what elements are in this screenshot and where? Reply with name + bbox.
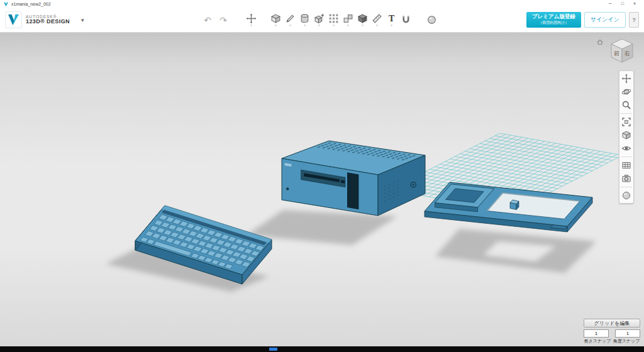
window-titlebar: x1mania_new2_002 ─ □ × xyxy=(0,0,644,8)
close-button[interactable]: × xyxy=(633,0,636,8)
screenshot-button[interactable] xyxy=(621,173,631,184)
primitives-icon xyxy=(270,13,281,24)
grid-toggle-icon xyxy=(621,160,631,170)
pattern-tool[interactable]: ▾ xyxy=(326,10,341,30)
view-style-icon xyxy=(621,130,631,140)
viewcube-front-label[interactable]: 前 xyxy=(614,50,619,57)
snap-panel: グリッドを編集 長さスナップ 角度スナップ xyxy=(584,319,640,344)
redo-button[interactable]: ↷ xyxy=(218,14,228,26)
app-menu[interactable]: AUTODESK® 123D® DESIGN ▾ xyxy=(0,11,84,28)
move-tool[interactable]: ▾ xyxy=(244,10,258,30)
chevron-down-icon: ▾ xyxy=(347,24,349,26)
view-toolbar xyxy=(619,70,634,204)
viewport-canvas[interactable]: 前 右 グリッドを編集 長さスナップ 角度スナップ xyxy=(0,33,644,346)
move-icon xyxy=(246,13,257,24)
brand-logo-icon xyxy=(5,11,22,28)
length-snap-label: 長さスナップ xyxy=(584,338,611,344)
brand-name: AUTODESK® 123D® DESIGN xyxy=(26,14,70,25)
chevron-down-icon: ▾ xyxy=(250,24,252,26)
visibility-button[interactable] xyxy=(621,143,631,153)
sketch-tool[interactable]: ▾ xyxy=(283,10,297,30)
chevron-down-icon: ▾ xyxy=(362,24,364,26)
measure-tool[interactable]: ▾ xyxy=(370,10,384,30)
modify-tool[interactable]: ▾ xyxy=(312,10,326,30)
toolbar-tools: ▾▾▾▾▾▾▾▾▾▾ xyxy=(244,10,439,30)
angle-snap-label: 角度スナップ xyxy=(613,338,640,344)
minimize-button[interactable]: ─ xyxy=(609,0,612,8)
length-snap-input[interactable] xyxy=(584,329,609,338)
visibility-icon xyxy=(621,143,631,153)
chevron-down-icon: ▾ xyxy=(289,24,291,26)
history-controls: ↶ ↷ xyxy=(203,14,228,26)
windows-taskbar[interactable] xyxy=(0,346,644,352)
orbit-icon xyxy=(621,87,631,97)
viewcube-area: 前 右 xyxy=(596,36,636,67)
fit-view-button[interactable] xyxy=(621,117,631,127)
material-tool[interactable] xyxy=(425,10,439,30)
view-cube[interactable]: 前 右 xyxy=(608,36,636,65)
fit-view-icon xyxy=(621,117,631,127)
computer-case-model[interactable] xyxy=(282,141,425,216)
text-tool[interactable]: ▾ xyxy=(384,10,399,30)
chevron-down-icon: ▾ xyxy=(391,24,392,26)
sign-in-button[interactable]: サインイン xyxy=(584,12,626,28)
chevron-down-icon: ▾ xyxy=(275,24,277,26)
edit-grid-button[interactable]: グリッドを編集 xyxy=(584,319,640,327)
help-button[interactable]: ? xyxy=(629,12,639,28)
account-area: プレミアム版登録 （商用利用向け） サインイン ? xyxy=(526,12,644,28)
maximize-button[interactable]: □ xyxy=(621,0,624,8)
grid-toggle-button[interactable] xyxy=(621,160,631,170)
zoom-icon xyxy=(621,100,631,110)
window-controls: ─ □ × xyxy=(609,0,641,8)
grouping-icon xyxy=(343,13,353,24)
combine-tool[interactable]: ▾ xyxy=(355,10,370,30)
chevron-down-icon: ▾ xyxy=(304,24,306,26)
main-toolbar: AUTODESK® 123D® DESIGN ▾ ↶ ↷ ▾▾▾▾▾▾▾▾▾▾ … xyxy=(0,8,644,33)
chevron-down-icon[interactable]: ▾ xyxy=(81,17,84,23)
snap-tool[interactable] xyxy=(399,10,413,30)
taskbar-app-indicator[interactable] xyxy=(269,348,277,351)
primitives-tool[interactable]: ▾ xyxy=(269,10,283,30)
window-title: x1mania_new2_002 xyxy=(11,2,51,6)
scene-3d xyxy=(0,33,644,346)
pattern-icon xyxy=(328,13,339,24)
undo-button[interactable]: ↶ xyxy=(203,14,213,26)
toolbar-divider xyxy=(621,113,632,114)
viewcube-right-label[interactable]: 右 xyxy=(624,50,630,57)
premium-signup-button[interactable]: プレミアム版登録 （商用利用向け） xyxy=(526,12,581,28)
view-style-button[interactable] xyxy=(621,130,631,140)
toolbar-divider xyxy=(621,187,632,187)
construct-tool[interactable]: ▾ xyxy=(297,10,312,30)
chevron-down-icon: ▾ xyxy=(333,24,335,26)
chevron-down-icon: ▾ xyxy=(318,24,320,26)
pan-icon xyxy=(621,74,631,84)
sketch-icon xyxy=(285,13,296,24)
pan-button[interactable] xyxy=(621,74,631,84)
angle-snap-input[interactable] xyxy=(615,329,640,338)
orbit-button[interactable] xyxy=(621,87,631,97)
construct-icon xyxy=(299,13,310,24)
screenshot-icon xyxy=(621,173,631,184)
app-logo-icon xyxy=(3,1,9,7)
front-panel-model[interactable] xyxy=(425,182,592,232)
home-view-icon[interactable] xyxy=(596,38,604,46)
measure-icon xyxy=(372,13,382,24)
combine-icon xyxy=(357,13,368,24)
zoom-button[interactable] xyxy=(621,100,631,110)
material-icon xyxy=(426,14,437,25)
material-icon xyxy=(621,190,631,201)
toolbar-divider xyxy=(621,157,632,157)
material-button[interactable] xyxy=(621,190,631,201)
chevron-down-icon: ▾ xyxy=(376,24,378,26)
grouping-tool[interactable]: ▾ xyxy=(341,10,355,30)
text-icon xyxy=(386,13,397,24)
snap-icon xyxy=(401,14,411,25)
modify-icon xyxy=(314,13,325,24)
